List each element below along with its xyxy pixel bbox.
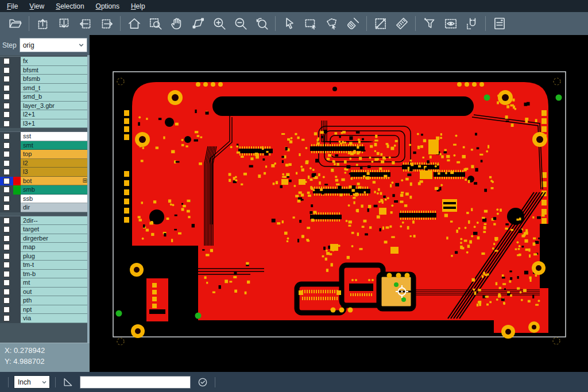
angle-measure-icon[interactable]: [61, 375, 75, 389]
layer-row-bfsmt[interactable]: bfsmt: [0, 66, 90, 75]
layer-row-plug[interactable]: plug: [0, 252, 90, 261]
layer-label-ssb[interactable]: ssb: [21, 195, 90, 204]
layer-label-out[interactable]: out: [21, 288, 90, 297]
layer-row-via[interactable]: via: [0, 314, 90, 323]
layer-color-swatch[interactable]: [13, 314, 21, 323]
layer-row-smd_t[interactable]: smd_t: [0, 84, 90, 93]
command-input[interactable]: [80, 376, 191, 389]
layer-checkbox-fx[interactable]: [3, 58, 10, 64]
layers-panel-button[interactable]: [489, 14, 510, 33]
layer-label-smd_b[interactable]: smd_b: [21, 92, 90, 102]
layer-label-bot[interactable]: bot⊞: [21, 177, 90, 186]
layer-row-2dir--[interactable]: 2dir--: [0, 216, 90, 226]
layer-color-swatch[interactable]: [13, 102, 21, 111]
layer-checkbox-l3[interactable]: [3, 169, 10, 175]
layer-label-smd_t[interactable]: smd_t: [21, 84, 90, 93]
layer-row-sst[interactable]: sst: [0, 132, 90, 141]
layer-checkbox-mt[interactable]: [3, 280, 10, 286]
layer-row-l3[interactable]: l3: [0, 168, 90, 177]
layer-label-fx[interactable]: fx: [21, 57, 90, 66]
layer-checkbox-out[interactable]: [3, 289, 10, 295]
filter-button[interactable]: [419, 14, 440, 33]
layer-row-smt[interactable]: smt: [0, 141, 90, 150]
layer-checkbox-bot[interactable]: [3, 178, 10, 184]
layer-checkbox-top[interactable]: [3, 151, 10, 157]
zoom-window-button[interactable]: [145, 14, 166, 33]
layer-row-smd_b[interactable]: smd_b: [0, 92, 90, 102]
layer-color-swatch[interactable]: [13, 270, 21, 279]
layer-color-swatch[interactable]: [13, 216, 21, 226]
layer-label-npt[interactable]: npt: [21, 305, 90, 315]
open-project-button[interactable]: [5, 14, 26, 33]
step-dropdown[interactable]: orig: [20, 38, 87, 52]
zoom-polygon-button[interactable]: [187, 14, 208, 33]
home-view-button[interactable]: [123, 14, 145, 33]
layer-checkbox-dirgerber[interactable]: [3, 235, 10, 242]
layer-row-tm-t[interactable]: tm-t: [0, 261, 90, 270]
layer-color-swatch[interactable]: [13, 119, 21, 129]
layer-label-l2[interactable]: l2: [21, 159, 90, 168]
panel-left-button[interactable]: [75, 14, 96, 33]
layer-label-pth[interactable]: pth: [21, 296, 90, 305]
zoom-out-button[interactable]: [230, 14, 251, 33]
layer-row-target[interactable]: target: [0, 225, 90, 234]
layer-color-swatch[interactable]: [13, 195, 21, 204]
menu-file[interactable]: File: [1, 1, 24, 11]
layer-label-2dir--[interactable]: 2dir--: [21, 216, 90, 226]
pan-hand-button[interactable]: [166, 14, 187, 33]
layer-checkbox-sst[interactable]: [3, 133, 10, 139]
layer-color-swatch[interactable]: [13, 75, 21, 84]
layer-checkbox-tm-t[interactable]: [3, 262, 10, 268]
layer-color-swatch[interactable]: [13, 185, 21, 195]
layer-row-ssb[interactable]: ssb: [0, 195, 90, 204]
layer-checkbox-ssb[interactable]: [3, 196, 10, 202]
layer-label-l2+1[interactable]: l2+1: [21, 110, 90, 119]
measure-distance-button[interactable]: [370, 14, 391, 33]
layer-color-swatch[interactable]: [13, 168, 21, 177]
layer-row-map[interactable]: map: [0, 243, 90, 252]
layer-color-swatch[interactable]: [13, 84, 21, 93]
layer-label-mt[interactable]: mt: [21, 278, 90, 288]
layer-checkbox-smb[interactable]: [3, 187, 10, 193]
layer-row-l3+1[interactable]: l3+1: [0, 119, 90, 129]
layer-label-dirgerber[interactable]: dirgerber: [21, 234, 90, 243]
select-rectangle-button[interactable]: [300, 14, 321, 33]
layer-label-l3+1[interactable]: l3+1: [21, 119, 90, 129]
layer-checkbox-smd_t[interactable]: [3, 85, 10, 91]
layer-color-swatch[interactable]: [13, 92, 21, 102]
layer-label-sst[interactable]: sst: [21, 132, 90, 141]
panel-up-button[interactable]: [32, 14, 53, 33]
layer-checkbox-smt[interactable]: [3, 142, 10, 149]
clean-selection-button[interactable]: [342, 14, 363, 33]
layer-color-swatch[interactable]: [13, 57, 21, 66]
apply-refresh-icon[interactable]: [196, 375, 210, 389]
menu-options[interactable]: Options: [90, 1, 125, 11]
layer-color-swatch[interactable]: [13, 305, 21, 315]
layer-row-pth[interactable]: pth: [0, 296, 90, 305]
layer-label-l3[interactable]: l3: [21, 168, 90, 177]
layer-color-swatch[interactable]: [13, 243, 21, 252]
layer-color-swatch[interactable]: [13, 234, 21, 243]
layer-color-swatch[interactable]: [13, 159, 21, 168]
layer-label-layer_3.gbr[interactable]: layer_3.gbr: [21, 102, 90, 111]
layer-label-smt[interactable]: smt: [21, 141, 90, 150]
layer-checkbox-2dir--[interactable]: [3, 218, 10, 224]
select-polygon-button[interactable]: [321, 14, 342, 33]
layer-checkbox-dir[interactable]: [3, 204, 10, 211]
layer-row-dirgerber[interactable]: dirgerber: [0, 234, 90, 243]
layer-checkbox-target[interactable]: [3, 226, 10, 232]
layer-label-map[interactable]: map: [21, 243, 90, 252]
layer-color-swatch[interactable]: [13, 110, 21, 119]
layer-color-swatch[interactable]: [13, 132, 21, 141]
layer-label-via[interactable]: via: [21, 314, 90, 323]
grid-icon[interactable]: ⊞: [83, 178, 87, 184]
layer-color-swatch[interactable]: [13, 261, 21, 270]
layer-label-bfsmt[interactable]: bfsmt: [21, 66, 90, 75]
layer-label-top[interactable]: top: [21, 150, 90, 159]
layer-checkbox-bfsmb[interactable]: [3, 76, 10, 82]
layer-row-mt[interactable]: mt: [0, 278, 90, 288]
layer-row-bot[interactable]: bot⊞: [0, 177, 90, 186]
layer-label-plug[interactable]: plug: [21, 252, 90, 261]
layer-row-npt[interactable]: npt: [0, 305, 90, 315]
layer-label-tm-b[interactable]: tm-b: [21, 270, 90, 279]
